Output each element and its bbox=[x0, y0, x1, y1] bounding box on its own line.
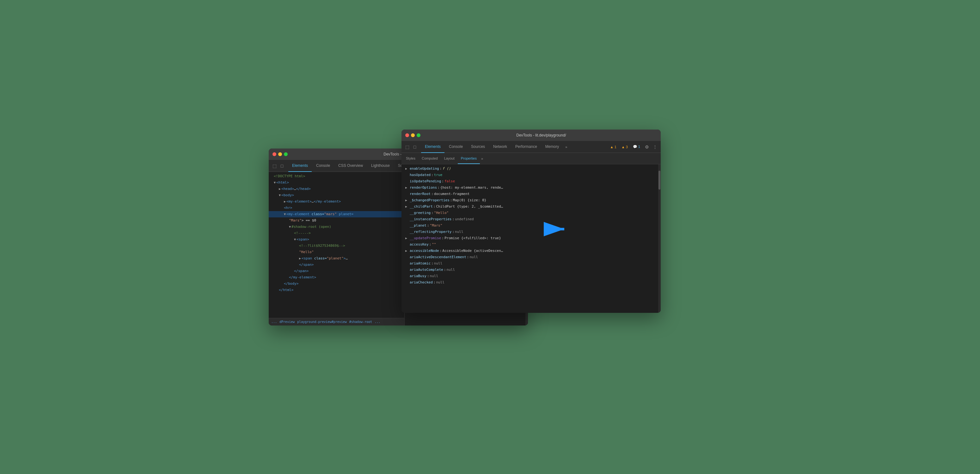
devtools-window-front: DevTools - lit.dev/playground/ ⬚ □ Eleme… bbox=[401, 130, 661, 313]
breadcrumb-more[interactable]: ... bbox=[375, 320, 380, 324]
warning-badge-front[interactable]: ▲ 1 bbox=[609, 145, 618, 150]
tab-performance-front[interactable]: Performance bbox=[512, 141, 541, 153]
prop-accessibleNode-front[interactable]: ▶ accessibleNode: AccessibleNode {active… bbox=[401, 248, 658, 254]
prop-renderRoot-front[interactable]: renderRoot: document-fragment bbox=[401, 191, 658, 197]
settings-icon-front[interactable]: ⚙ bbox=[644, 144, 650, 150]
prop-reflectingProperty-front[interactable]: __reflectingProperty: null bbox=[401, 229, 658, 235]
tab-network-front[interactable]: Network bbox=[489, 141, 511, 153]
props-content-front: ▶ enableUpdating: f () hasUpdated: true … bbox=[401, 164, 658, 313]
breadcrumb-bar: ... dPreview playground-preview#preview … bbox=[269, 318, 404, 326]
dom-tree[interactable]: <!DOCTYPE html> ▼<html> ▶<head>…</head> … bbox=[269, 172, 404, 318]
tree-line-hello-text[interactable]: "Hello" bbox=[269, 249, 404, 255]
prop-isUpdatePending-front[interactable]: isUpdatePending: false bbox=[401, 178, 658, 185]
tab-elements-front[interactable]: Elements bbox=[421, 141, 444, 153]
tree-line-span-close-2[interactable]: </span> bbox=[269, 268, 404, 274]
breadcrumb-dots[interactable]: ... bbox=[271, 320, 277, 324]
cursor-icon-front[interactable]: ⬚ bbox=[404, 144, 410, 150]
breadcrumb-dpreview[interactable]: dPreview bbox=[280, 320, 294, 324]
prop-childPart-front[interactable]: ▶ __childPart: ChildPart {type: 2, _$com… bbox=[401, 204, 658, 210]
scrollbar-front[interactable] bbox=[658, 164, 661, 313]
tab-elements-back[interactable]: Elements bbox=[288, 160, 312, 172]
info-badge-front[interactable]: 💬 1 bbox=[631, 144, 642, 150]
warning-badge-front-2[interactable]: ▲ 3 bbox=[620, 145, 629, 150]
prop-ariaAtomic-front[interactable]: ariaAtomic: null bbox=[401, 260, 658, 267]
traffic-lights-front bbox=[405, 134, 420, 137]
tab-lighthouse-back[interactable]: Lighthouse bbox=[368, 160, 394, 172]
tab-layout-front[interactable]: Layout bbox=[441, 153, 458, 164]
tree-line-html-open[interactable]: ▼<html> bbox=[269, 180, 404, 186]
tab-styles-front[interactable]: Styles bbox=[403, 153, 418, 164]
tree-line-head[interactable]: ▶<head>…</head> bbox=[269, 186, 404, 192]
close-button-front[interactable] bbox=[405, 134, 409, 137]
tree-line-body-open[interactable]: ▼<body> bbox=[269, 192, 404, 199]
traffic-lights-back bbox=[272, 152, 288, 156]
toolbar-right-front: ▲ 1 ▲ 3 💬 1 ⚙ ⋮ bbox=[609, 144, 658, 150]
prop-ariaActiveDescendant-front[interactable]: ariaActiveDescendantElement: null bbox=[401, 254, 658, 260]
tab-computed-front[interactable]: Computed bbox=[418, 153, 441, 164]
prop-hasUpdated-front[interactable]: hasUpdated: true bbox=[401, 172, 658, 178]
minimize-button-front[interactable] bbox=[411, 134, 415, 137]
tab-more-front[interactable]: » bbox=[563, 141, 569, 153]
tree-line-span-close[interactable]: </span> bbox=[269, 262, 404, 268]
prop-changedProperties-front[interactable]: ▶ _$changedProperties: Map(0) {size: 0} bbox=[401, 197, 658, 204]
tree-line-my-element-selected[interactable]: ▼<my-element class="mars" planet= bbox=[269, 211, 404, 217]
tab-sources-front[interactable]: Sources bbox=[467, 141, 489, 153]
prop-planet-front[interactable]: __planet: "Mars" bbox=[401, 223, 658, 229]
tree-line-comment-empty[interactable]: <!-----> bbox=[269, 230, 404, 236]
tab-css-overview-back[interactable]: CSS Overview bbox=[334, 160, 367, 172]
scene: DevTools - lit.dev/playground/ ⬚ □ Eleme… bbox=[269, 130, 711, 344]
prop-ariaBusy-front[interactable]: ariaBusy: null bbox=[401, 273, 658, 279]
cursor-icon[interactable]: ⬚ bbox=[271, 163, 278, 169]
tab-console-front[interactable]: Console bbox=[445, 141, 467, 153]
tab-properties-front[interactable]: Properties bbox=[458, 153, 480, 164]
tree-line-body-close[interactable]: </body> bbox=[269, 281, 404, 287]
inspect-icon-front[interactable]: □ bbox=[412, 144, 418, 150]
tree-line-lit-comment[interactable]: <!--?lit$927534869$--> bbox=[269, 243, 404, 249]
tree-line-shadow-root[interactable]: ▼#shadow-root (open) bbox=[269, 224, 404, 230]
prop-updatePromise-front[interactable]: ▶ __updatePromise: Promise {<fulfilled>:… bbox=[401, 235, 658, 242]
prop-accessKey-front[interactable]: accessKey: "" bbox=[401, 242, 658, 248]
prop-greeting-front[interactable]: __greeting: "Hello" bbox=[401, 210, 658, 216]
tree-line-span-planet[interactable]: ▶<span class="planet">… bbox=[269, 255, 404, 262]
toolbar-icons-back: ⬚ □ bbox=[271, 163, 285, 169]
panel-tabs-front: Styles Computed Layout Properties » bbox=[401, 153, 661, 164]
window-title-front: DevTools - lit.dev/playground/ bbox=[425, 133, 657, 137]
more-options-icon-front[interactable]: ⋮ bbox=[652, 144, 658, 150]
tab-console-back[interactable]: Console bbox=[312, 160, 334, 172]
tree-line-html-close[interactable]: </html> bbox=[269, 287, 404, 293]
blue-arrow bbox=[544, 221, 569, 237]
right-panel-front: Styles Computed Layout Properties » ▶ en… bbox=[401, 153, 661, 313]
breadcrumb-shadow-root[interactable]: #shadow-root bbox=[349, 320, 372, 324]
tab-memory-front[interactable]: Memory bbox=[541, 141, 563, 153]
tree-line-hr[interactable]: <hr> bbox=[269, 205, 404, 211]
tree-line-my-element-close[interactable]: </my-element> bbox=[269, 274, 404, 281]
scroll-thumb-front[interactable] bbox=[659, 171, 660, 189]
main-area-front: Styles Computed Layout Properties » ▶ en… bbox=[401, 153, 661, 313]
prop-ariaAutoComplete-front[interactable]: ariaAutoComplete: null bbox=[401, 267, 658, 273]
prop-renderOptions-front[interactable]: ▶ renderOptions: {host: my-element.mars,… bbox=[401, 185, 658, 191]
toolbar-icons-front: ⬚ □ bbox=[404, 144, 418, 150]
breadcrumb-playground[interactable]: playground-preview#preview bbox=[297, 320, 347, 324]
tree-line-mars-attr[interactable]: "Mars"> == $0 bbox=[269, 217, 404, 224]
panel-tab-more-front[interactable]: » bbox=[480, 153, 484, 164]
titlebar-front: DevTools - lit.dev/playground/ bbox=[401, 130, 661, 141]
prop-enableUpdating-front[interactable]: ▶ enableUpdating: f () bbox=[401, 165, 658, 172]
tree-line-span-open[interactable]: ▼<span> bbox=[269, 236, 404, 243]
prop-instanceProperties-front[interactable]: __instanceProperties: undefined bbox=[401, 216, 658, 223]
tree-line-my-element-1[interactable]: ▶<my-element>…</my-element> bbox=[269, 199, 404, 205]
maximize-button-back[interactable] bbox=[284, 152, 288, 156]
minimize-button-back[interactable] bbox=[278, 152, 282, 156]
inspect-icon[interactable]: □ bbox=[279, 163, 285, 169]
dom-panel: <!DOCTYPE html> ▼<html> ▶<head>…</head> … bbox=[269, 172, 405, 326]
close-button-back[interactable] bbox=[272, 152, 276, 156]
maximize-button-front[interactable] bbox=[417, 134, 420, 137]
tree-line-doctype[interactable]: <!DOCTYPE html> bbox=[269, 173, 404, 180]
prop-ariaChecked-front[interactable]: ariaChecked: null bbox=[401, 279, 658, 286]
toolbar-front: ⬚ □ Elements Console Sources Network Per… bbox=[401, 141, 661, 153]
